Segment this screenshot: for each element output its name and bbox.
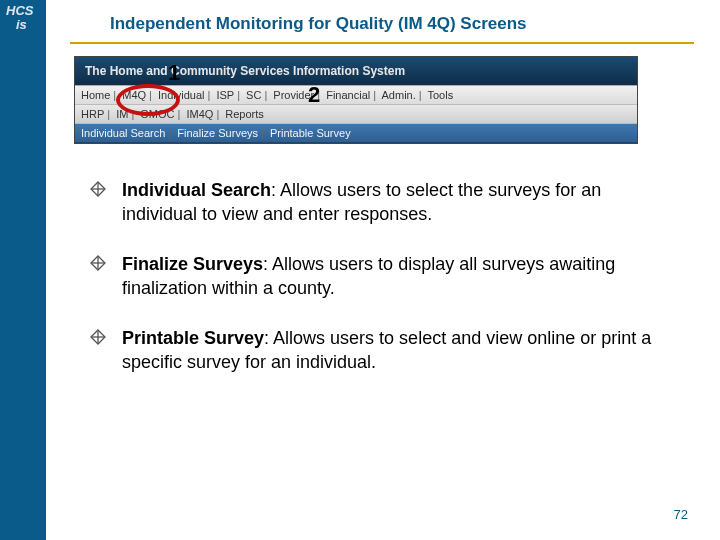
page-number: 72 [674, 507, 688, 522]
bullet-text: Printable Survey: Allows users to select… [112, 326, 674, 374]
logo-line2: is [6, 18, 33, 32]
nav-item[interactable]: Reports [225, 108, 264, 120]
nav-item[interactable]: ISP [216, 89, 234, 101]
red-oval-callout [116, 84, 180, 116]
nav-sep: | [258, 127, 267, 139]
diamond-bullet-icon [90, 326, 112, 374]
callout-number-1: 1 [168, 60, 180, 86]
nav-item[interactable]: Home [81, 89, 110, 101]
slide-title: Independent Monitoring for Quality (IM 4… [110, 14, 527, 34]
nav-item[interactable]: Finalize Surveys [177, 127, 258, 139]
bullet-lead: Finalize Surveys [122, 254, 263, 274]
bullet-item: Printable Survey: Allows users to select… [90, 326, 674, 374]
title-underline [70, 42, 694, 44]
bullet-lead: Individual Search [122, 180, 271, 200]
nav-sep: | [370, 89, 379, 101]
nav-item[interactable]: Individual Search [81, 127, 165, 139]
nav-item[interactable]: Printable Survey [270, 127, 351, 139]
diamond-bullet-icon [90, 252, 112, 300]
bullet-lead: Printable Survey [122, 328, 264, 348]
nav-item[interactable]: IM4Q [186, 108, 213, 120]
app-banner: The Home and Community Services Informat… [75, 57, 637, 85]
nav-sep: | [234, 89, 243, 101]
nav-item[interactable]: Tools [428, 89, 454, 101]
nav-sep: | [261, 89, 270, 101]
nav-item[interactable]: Financial [326, 89, 370, 101]
bullet-text: Finalize Surveys: Allows users to displa… [112, 252, 674, 300]
left-accent-bar [0, 0, 46, 540]
bullet-item: Finalize Surveys: Allows users to displa… [90, 252, 674, 300]
nav-item[interactable]: HRP [81, 108, 104, 120]
nav-item[interactable]: Admin. [382, 89, 416, 101]
bullet-text: Individual Search: Allows users to selec… [112, 178, 674, 226]
nav-sep: | [416, 89, 425, 101]
hcsis-logo: HCS is [6, 4, 33, 32]
nav-sep: | [175, 108, 184, 120]
bullet-item: Individual Search: Allows users to selec… [90, 178, 674, 226]
callout-number-2: 2 [308, 82, 320, 108]
nav-sep: | [165, 127, 174, 139]
diamond-bullet-icon [90, 178, 112, 226]
bullet-list: Individual Search: Allows users to selec… [90, 178, 674, 400]
logo-line1: HCS [6, 4, 33, 18]
nav-sep: | [213, 108, 222, 120]
nav-sep: | [205, 89, 214, 101]
nav-tertiary: Individual Search| Finalize Surveys| Pri… [75, 124, 637, 143]
nav-sep: | [104, 108, 113, 120]
nav-item[interactable]: SC [246, 89, 261, 101]
